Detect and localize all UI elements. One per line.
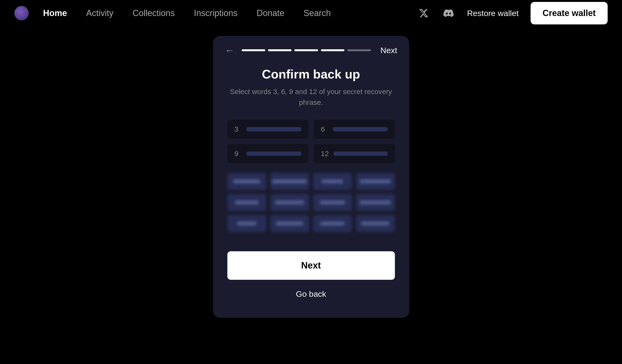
progress-bar [242,49,371,51]
restore-wallet-button[interactable]: Restore wallet [467,9,518,18]
go-back-button[interactable]: Go back [227,282,395,306]
progress-segment-3 [294,49,318,51]
word-choice-2[interactable] [270,173,309,190]
progress-next-label: Next [381,46,397,55]
slot-number-12: 12 [321,150,329,158]
app-logo[interactable] [14,6,29,20]
nav-link-activity[interactable]: Activity [86,8,114,18]
nav-link-search[interactable]: Search [303,8,331,18]
progress-segment-5 [347,49,371,51]
back-arrow-button[interactable]: ← [225,45,234,55]
word-slot-3[interactable]: 3 [227,120,309,139]
word-choice-7[interactable] [313,194,352,211]
nav-link-inscriptions[interactable]: Inscriptions [194,8,237,18]
word-choice-5[interactable] [227,194,266,211]
word-choice-10[interactable] [270,215,309,232]
modal-card: ← Next Confirm back up Select words 3, 6… [213,36,409,318]
word-choices-grid [227,173,395,232]
word-positions-grid: 3 6 9 12 [227,120,395,163]
discord-icon[interactable] [442,7,455,20]
navbar: Home Activity Collections Inscriptions D… [0,0,622,26]
word-choice-4[interactable] [356,173,395,190]
divider [227,239,395,247]
slot-placeholder-12 [334,152,388,156]
slot-placeholder-6 [333,127,388,131]
slot-placeholder-9 [247,152,301,156]
main-content: ← Next Confirm back up Select words 3, 6… [0,26,622,364]
progress-segment-2 [268,49,292,51]
slot-placeholder-3 [247,127,301,131]
word-choice-8[interactable] [356,194,395,211]
progress-segment-4 [321,49,344,51]
modal-title: Confirm back up [227,67,395,81]
create-wallet-button[interactable]: Create wallet [531,2,608,24]
word-choice-9[interactable] [227,215,266,232]
word-choice-1[interactable] [227,173,266,190]
word-slot-9[interactable]: 9 [227,144,309,163]
slot-number-9: 9 [234,150,242,158]
word-choice-12[interactable] [356,215,395,232]
word-choice-3[interactable] [313,173,352,190]
modal-header: ← Next [213,36,409,62]
nav-link-donate[interactable]: Donate [256,8,284,18]
word-choice-6[interactable] [270,194,309,211]
slot-number-6: 6 [321,125,328,133]
next-button[interactable]: Next [227,251,395,280]
nav-right: Restore wallet Create wallet [417,2,608,24]
word-choice-11[interactable] [313,215,352,232]
nav-link-collections[interactable]: Collections [133,8,175,18]
slot-number-3: 3 [234,125,242,133]
nav-link-home[interactable]: Home [43,8,67,18]
modal-body: Confirm back up Select words 3, 6, 9 and… [213,62,409,306]
nav-links: Home Activity Collections Inscriptions D… [43,8,417,18]
twitter-icon[interactable] [417,7,430,20]
progress-segment-1 [242,49,265,51]
modal-subtitle: Select words 3, 6, 9 and 12 of your secr… [227,86,395,108]
word-slot-12[interactable]: 12 [314,144,395,163]
word-slot-6[interactable]: 6 [314,120,395,139]
